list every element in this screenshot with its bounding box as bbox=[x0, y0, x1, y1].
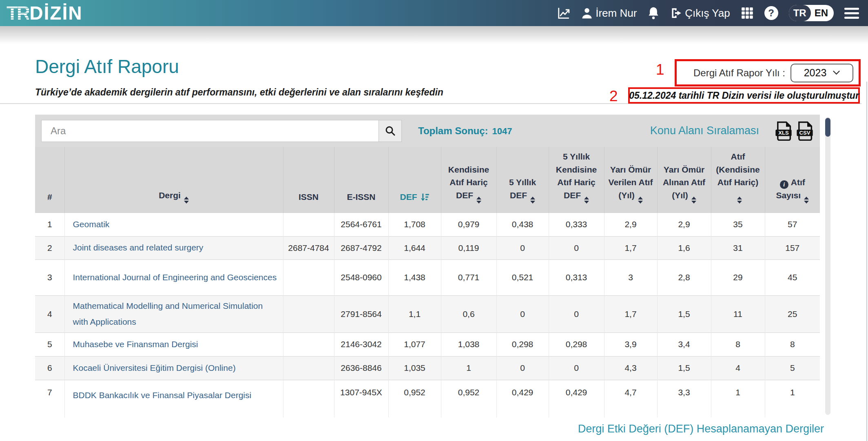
row-index: 3 bbox=[35, 259, 64, 295]
total-results-label: Toplam Sonuç: bbox=[418, 125, 488, 137]
export-csv-button[interactable]: CSV bbox=[796, 121, 814, 141]
eissn-cell: 2146-3042 bbox=[334, 332, 388, 356]
col-header-citing-half-life[interactable]: Yarı Ömür Verilen Atıf (Yıl) bbox=[604, 147, 657, 213]
sort-icon[interactable] bbox=[691, 197, 696, 204]
issn-cell: 2687-4784 bbox=[283, 236, 334, 259]
value-cell: 29 bbox=[711, 259, 765, 295]
help-icon[interactable]: ? bbox=[764, 6, 778, 20]
sort-icon[interactable] bbox=[804, 197, 809, 204]
value-cell: 0,119 bbox=[441, 236, 496, 259]
sort-icon[interactable] bbox=[530, 197, 535, 204]
table-row: 5 Muhasebe ve Finansman Dergisi 2146-304… bbox=[35, 332, 820, 356]
trdizin-logo[interactable]: TR DİZİN bbox=[7, 4, 82, 22]
search-bar bbox=[41, 120, 402, 142]
value-cell: 35 bbox=[711, 213, 765, 236]
col-header-citation-count[interactable]: iAtıf Sayısı bbox=[765, 147, 820, 213]
row-index: 6 bbox=[35, 356, 64, 380]
col-header-5year-self-cite-excluded-def[interactable]: 5 Yıllık Kendisine Atıf Hariç DEF bbox=[549, 147, 604, 213]
journal-link[interactable]: Mathematical Modelling and Numerical Sim… bbox=[73, 301, 263, 326]
issn-cell bbox=[283, 259, 334, 295]
search-button[interactable] bbox=[379, 120, 401, 142]
value-cell: 0,429 bbox=[549, 380, 604, 417]
col-header-cited-half-life[interactable]: Yarı Ömür Alınan Atıf (Yıl) bbox=[657, 147, 711, 213]
value-cell: 31 bbox=[711, 236, 765, 259]
journal-cell: Mathematical Modelling and Numerical Sim… bbox=[64, 295, 283, 332]
value-cell: 1,644 bbox=[388, 236, 441, 259]
def-not-calculable-link[interactable]: Dergi Etki Değeri (DEF) Hesaplanamayan D… bbox=[578, 423, 824, 435]
logo-tr-text: TR bbox=[7, 4, 29, 22]
table-row: 6 Kocaeli Üniversitesi Eğitim Dergisi (O… bbox=[35, 356, 820, 380]
value-cell: 2,8 bbox=[657, 259, 711, 295]
value-cell: 1,5 bbox=[657, 356, 711, 380]
journal-cell: Kocaeli Üniversitesi Eğitim Dergisi (Onl… bbox=[64, 356, 283, 380]
journal-link[interactable]: Geomatik bbox=[73, 219, 110, 229]
col-header-5year-def[interactable]: 5 Yıllık DEF bbox=[496, 147, 549, 213]
journal-link[interactable]: BDDK Bankacılık ve Finansal Piyasalar De… bbox=[73, 390, 252, 400]
chevron-down-icon bbox=[833, 71, 840, 75]
row-index: 5 bbox=[35, 332, 64, 356]
eissn-cell: 1307-945X bbox=[334, 380, 388, 417]
report-year-select[interactable]: 2023 bbox=[790, 64, 853, 82]
journal-link[interactable]: Muhasebe ve Finansman Dergisi bbox=[73, 339, 198, 349]
language-tr[interactable]: TR bbox=[789, 5, 811, 21]
total-results-value: 1047 bbox=[492, 126, 512, 137]
journal-link[interactable]: International Journal of Engineering and… bbox=[73, 273, 277, 282]
notifications-bell-icon[interactable] bbox=[647, 7, 660, 20]
apps-grid-icon[interactable] bbox=[741, 7, 754, 20]
table-row: 4 Mathematical Modelling and Numerical S… bbox=[35, 295, 820, 332]
sort-icon[interactable] bbox=[638, 197, 643, 204]
value-cell: 11 bbox=[711, 295, 765, 332]
subject-ranking-link[interactable]: Konu Alanı Sıralaması bbox=[650, 124, 759, 137]
row-index: 2 bbox=[35, 236, 64, 259]
value-cell: 1,5 bbox=[657, 295, 711, 332]
search-input[interactable] bbox=[42, 120, 379, 142]
logout-button[interactable]: Çıkış Yap bbox=[670, 7, 730, 20]
value-cell: 0 bbox=[549, 356, 604, 380]
sort-icon[interactable] bbox=[737, 197, 742, 204]
journal-link[interactable]: Kocaeli Üniversitesi Eğitim Dergisi (Onl… bbox=[73, 363, 236, 372]
language-en[interactable]: EN bbox=[815, 7, 828, 19]
hamburger-menu-icon[interactable] bbox=[844, 8, 859, 19]
value-cell: 2,9 bbox=[604, 213, 657, 236]
export-xls-button[interactable]: XLS bbox=[775, 121, 793, 141]
sort-icon[interactable] bbox=[476, 197, 481, 204]
col-header-citations-self-excluded[interactable]: Atıf (Kendisine Atıf Hariç) bbox=[711, 147, 765, 213]
value-cell: 1,1 bbox=[388, 295, 441, 332]
col-header-self-cite-excluded-def[interactable]: Kendisine Atıf Hariç DEF bbox=[441, 147, 496, 213]
value-cell: 1 bbox=[765, 380, 820, 417]
report-year-value: 2023 bbox=[804, 67, 827, 79]
sort-icon[interactable] bbox=[184, 197, 189, 204]
col-header-def[interactable]: DEF bbox=[388, 147, 441, 213]
value-cell: 25 bbox=[765, 295, 820, 332]
issn-cell bbox=[283, 380, 334, 417]
table-scrollbar-track[interactable] bbox=[825, 117, 830, 415]
statistics-chart-icon[interactable] bbox=[557, 7, 570, 20]
navbar: TR DİZİN İrem Nur bbox=[0, 0, 868, 26]
svg-text:XLS: XLS bbox=[778, 130, 789, 136]
data-note-annotation-box: 05.12.2024 tarihli TR Dizin verisi ile o… bbox=[628, 87, 860, 104]
viewport-edge-line bbox=[866, 82, 867, 441]
language-toggle[interactable]: TR EN bbox=[789, 5, 834, 21]
eissn-cell: 2791-8564 bbox=[334, 295, 388, 332]
journal-cell: Muhasebe ve Finansman Dergisi bbox=[64, 332, 283, 356]
table-scrollbar-thumb[interactable] bbox=[825, 118, 830, 137]
table-row: 7 BDDK Bankacılık ve Finansal Piyasalar … bbox=[35, 380, 820, 417]
value-cell: 0 bbox=[496, 356, 549, 380]
col-header-eissn: E-ISSN bbox=[334, 147, 388, 213]
sort-icon[interactable] bbox=[584, 197, 589, 204]
journal-link[interactable]: Joint diseases and related surgery bbox=[73, 243, 204, 252]
value-cell: 1,077 bbox=[388, 332, 441, 356]
value-cell: 3,3 bbox=[657, 380, 711, 417]
value-cell: 1,438 bbox=[388, 259, 441, 295]
value-cell: 1,7 bbox=[604, 295, 657, 332]
logout-label: Çıkış Yap bbox=[685, 7, 730, 20]
table-toolbar: Toplam Sonuç: 1047 Konu Alanı Sıralaması… bbox=[35, 115, 820, 147]
value-cell: 1,035 bbox=[388, 356, 441, 380]
col-header-journal[interactable]: Dergi bbox=[64, 147, 283, 213]
value-cell: 0,298 bbox=[549, 332, 604, 356]
journal-cell: Joint diseases and related surgery bbox=[64, 236, 283, 259]
info-icon[interactable]: i bbox=[780, 180, 788, 189]
report-year-label: Dergi Atıf Rapor Yılı : bbox=[693, 67, 785, 79]
user-menu[interactable]: İrem Nur bbox=[581, 7, 637, 20]
search-icon bbox=[385, 125, 396, 136]
